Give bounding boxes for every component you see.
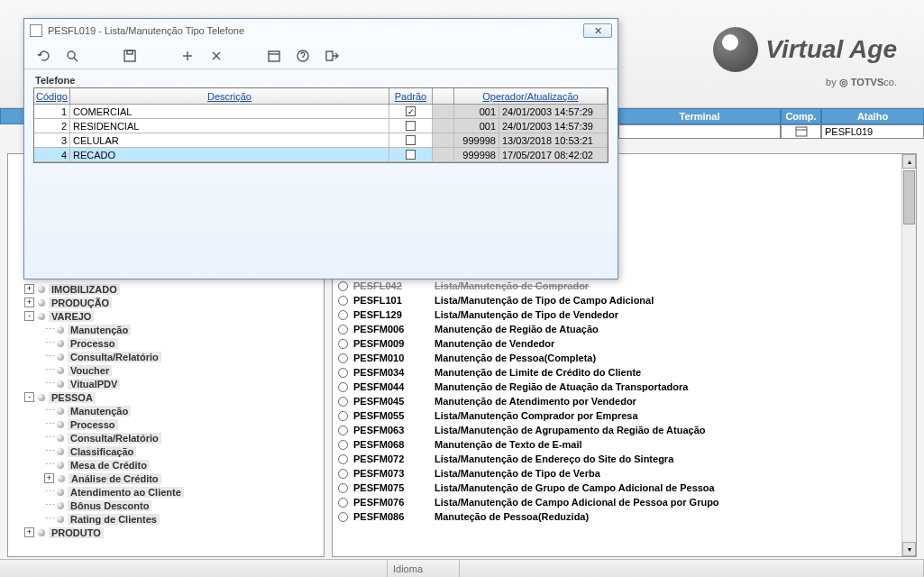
save-icon[interactable] [122,48,138,64]
list-item[interactable]: PESFM010Manutenção de Pessoa(Completa) [333,351,901,365]
cell-codigo[interactable]: 1 [34,105,70,118]
tree-leaf[interactable]: ⋯Bônus Desconto [8,499,324,512]
list-scrollbar[interactable]: ▴ ▾ [901,154,916,556]
cell-padrao[interactable] [389,133,433,147]
tree-leaf[interactable]: ⋯Manutenção [8,404,324,417]
tree-toggle[interactable]: + [24,284,34,294]
radio-icon[interactable] [338,454,348,464]
list-item[interactable]: PESFM073Lista/Manutenção de Tipo de Verb… [333,466,901,481]
cell-codigo[interactable]: 4 [34,148,70,161]
grid-row[interactable]: 1COMERCIAL✓00124/01/2003 14:57:29 [34,105,608,119]
tree-leaf[interactable]: ⋯Processo [8,336,324,350]
tree-node[interactable]: +PRODUÇÃO [8,296,324,309]
col-codigo[interactable]: Código [34,88,70,104]
add-icon[interactable] [179,48,196,64]
tree-leaf[interactable]: ⋯Consulta/Relatório [8,350,324,363]
list-item[interactable]: PESFM055Lista/Manutenção Comprador por E… [333,408,901,423]
radio-icon[interactable] [338,281,348,291]
tree-node[interactable]: +Análise de Crédito [8,472,324,485]
radio-icon[interactable] [338,411,348,421]
col-padrao[interactable]: Padrão [389,88,433,104]
tree-node[interactable]: +PRODUTO [8,526,324,539]
comp-cell[interactable] [781,124,821,139]
cell-descricao[interactable]: CELULAR [70,133,389,147]
search-icon[interactable] [64,48,80,64]
radio-icon[interactable] [338,353,348,363]
list-item[interactable]: PESFM009Manutenção de Vendedor [333,336,901,351]
list-item[interactable]: PESFM044Manutenção de Região de Atuação … [333,380,901,394]
help-icon[interactable] [295,48,311,64]
tree-leaf[interactable]: ⋯Voucher [8,363,324,377]
tree-toggle[interactable]: + [24,298,34,307]
cell-padrao[interactable] [389,148,433,161]
tree-node[interactable]: -VAREJO [8,309,324,323]
checkbox-icon[interactable]: ✓ [406,106,416,116]
radio-icon[interactable] [338,325,348,334]
radio-icon[interactable] [338,339,348,349]
grid-row[interactable]: 4RECADO99999817/05/2017 08:42:02 [34,148,608,162]
tree-toggle[interactable]: - [24,392,34,402]
tree-toggle[interactable]: + [44,473,54,483]
radio-icon[interactable] [338,382,348,392]
cell-descricao[interactable]: RECADO [70,148,389,161]
delete-icon[interactable] [208,48,224,64]
radio-icon[interactable] [338,397,348,407]
tree-toggle[interactable]: + [24,527,34,537]
radio-icon[interactable] [338,310,348,320]
checkbox-icon[interactable] [406,150,416,160]
radio-icon[interactable] [338,483,348,493]
col-operador[interactable]: Operador/Atualização [454,88,608,104]
radio-icon[interactable] [338,368,348,378]
list-item[interactable]: PESFM063Lista/Manutenção de Agrupamento … [333,423,901,437]
exit-icon[interactable] [324,48,340,64]
list-item[interactable]: PESFM045Manutenção de Atendimento por Ve… [333,394,901,408]
tree-node[interactable]: -PESSOA [8,390,324,404]
list-item[interactable]: PESFM068Manutenção de Texto de E-mail [333,437,901,452]
list-item[interactable]: PESFL042Lista/Manutenção de Comprador [333,279,901,293]
list-item[interactable]: PESFM086Manuteção de Pessoa(Reduzida) [333,509,901,524]
list-item[interactable]: PESFM072Lista/Manutenção de Endereço do … [333,452,901,466]
radio-icon[interactable] [338,498,348,508]
list-item[interactable]: PESFM075Lista/Manutenção de Grupo de Cam… [333,481,901,495]
grid-row[interactable]: 2RESIDENCIAL00124/01/2003 14:57:39 [34,119,608,133]
radio-icon[interactable] [338,469,348,479]
tree-toggle[interactable]: - [24,311,34,321]
col-descricao[interactable]: Descrição [70,88,389,104]
checkbox-icon[interactable] [406,135,416,145]
cell-descricao[interactable]: COMERCIAL [70,105,389,118]
list-item[interactable]: PESFL101Lista/Manutenção de Tipo de Camp… [333,293,901,307]
cell-codigo[interactable]: 2 [34,119,70,133]
tree-leaf[interactable]: ⋯Processo [8,417,324,431]
tree-leaf[interactable]: ⋯VitualPDV [8,377,324,390]
list-item[interactable]: PESFM034Manutenção de Limite de Crédito … [333,365,901,380]
cell-padrao[interactable]: ✓ [389,105,433,118]
scroll-down-button[interactable]: ▾ [902,542,916,556]
cell-codigo[interactable]: 3 [34,133,70,147]
tree-leaf[interactable]: ⋯Rating de Clientes [8,512,324,526]
undo-icon[interactable] [35,48,51,64]
tree-leaf[interactable]: ⋯Classificação [8,444,324,458]
checkbox-icon[interactable] [406,121,416,131]
radio-icon[interactable] [338,426,348,435]
tree-leaf[interactable]: ⋯Atendimento ao Cliente [8,485,324,499]
tree-leaf[interactable]: ⋯Manutenção [8,323,324,336]
list-item[interactable]: PESFL129Lista/Manutenção de Tipo de Vend… [333,307,901,322]
cell-descricao[interactable]: RESIDENCIAL [70,119,389,133]
list-item[interactable]: PESFM076Lista/Manutenção de Campo Adicio… [333,495,901,509]
radio-icon[interactable] [338,512,348,522]
modal-titlebar[interactable]: PESFL019 - Lista/Manutenção Tipo Telefon… [24,19,618,42]
cell-padrao[interactable] [389,119,433,133]
radio-icon[interactable] [338,440,348,450]
scroll-thumb[interactable] [903,170,915,224]
tree-node[interactable]: +IMOBILIZADO [8,282,324,296]
grid-row[interactable]: 3CELULAR99999813/03/2018 10:53:21 [34,133,608,148]
status-idioma[interactable]: Idioma [388,560,460,577]
radio-icon[interactable] [338,296,348,306]
scroll-up-button[interactable]: ▴ [902,154,916,169]
calendar-icon[interactable] [266,48,282,64]
tree-leaf[interactable]: ⋯Mesa de Crédito [8,458,324,472]
atalho-cell[interactable]: PESFL019 [821,124,924,139]
modal-close-button[interactable]: ✕ [583,23,612,38]
tree-leaf[interactable]: ⋯Consulta/Relatório [8,431,324,444]
list-item[interactable]: PESFM006Manutenção de Região de Atuação [333,322,901,336]
